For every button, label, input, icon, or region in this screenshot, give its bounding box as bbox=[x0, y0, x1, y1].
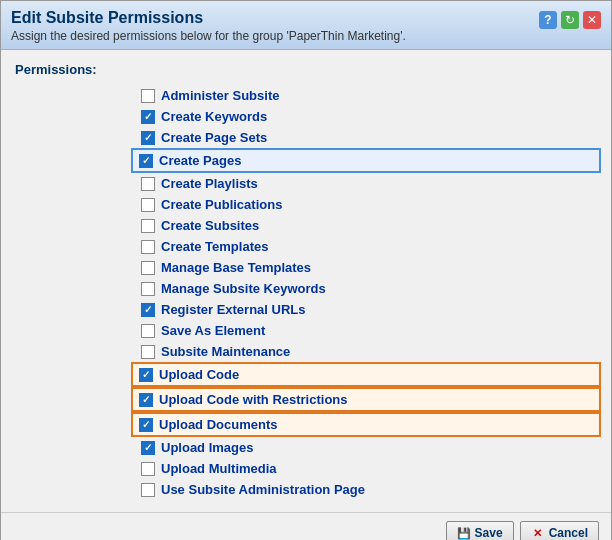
label-manage-subsite-keywords: Manage Subsite Keywords bbox=[161, 281, 326, 296]
checkbox-upload-images[interactable] bbox=[141, 441, 155, 455]
checkbox-create-templates[interactable] bbox=[141, 240, 155, 254]
dialog-title: Edit Subsite Permissions bbox=[11, 9, 406, 27]
label-upload-code-restrictions: Upload Code with Restrictions bbox=[159, 392, 348, 407]
label-upload-code: Upload Code bbox=[159, 367, 239, 382]
label-create-page-sets: Create Page Sets bbox=[161, 130, 267, 145]
checkbox-create-keywords[interactable] bbox=[141, 110, 155, 124]
edit-subsite-permissions-dialog: Edit Subsite Permissions Assign the desi… bbox=[0, 0, 612, 540]
permission-item-create-templates: Create Templates bbox=[135, 236, 597, 257]
label-upload-multimedia: Upload Multimedia bbox=[161, 461, 277, 476]
checkbox-upload-code[interactable] bbox=[139, 368, 153, 382]
save-button[interactable]: 💾 Save bbox=[446, 521, 514, 540]
permission-item-subsite-maintenance: Subsite Maintenance bbox=[135, 341, 597, 362]
checkbox-create-page-sets[interactable] bbox=[141, 131, 155, 145]
permission-item-register-external-urls: Register External URLs bbox=[135, 299, 597, 320]
cancel-button[interactable]: ✕ Cancel bbox=[520, 521, 599, 540]
permission-item-create-pages: Create Pages bbox=[131, 148, 601, 173]
save-icon: 💾 bbox=[457, 526, 471, 540]
refresh-icon[interactable]: ↻ bbox=[561, 11, 579, 29]
permission-item-upload-multimedia: Upload Multimedia bbox=[135, 458, 597, 479]
permission-item-upload-images: Upload Images bbox=[135, 437, 597, 458]
label-create-playlists: Create Playlists bbox=[161, 176, 258, 191]
checkbox-upload-documents[interactable] bbox=[139, 418, 153, 432]
save-label: Save bbox=[475, 526, 503, 540]
checkbox-use-subsite-admin-page[interactable] bbox=[141, 483, 155, 497]
checkbox-create-publications[interactable] bbox=[141, 198, 155, 212]
dialog-header-left: Edit Subsite Permissions Assign the desi… bbox=[11, 9, 406, 43]
dialog-header: Edit Subsite Permissions Assign the desi… bbox=[1, 1, 611, 50]
permission-item-manage-subsite-keywords: Manage Subsite Keywords bbox=[135, 278, 597, 299]
permission-item-administer-subsite: Administer Subsite bbox=[135, 85, 597, 106]
label-create-publications: Create Publications bbox=[161, 197, 282, 212]
close-icon[interactable]: ✕ bbox=[583, 11, 601, 29]
dialog-body: Permissions: Administer SubsiteCreate Ke… bbox=[1, 50, 611, 512]
label-upload-images: Upload Images bbox=[161, 440, 253, 455]
dialog-subtitle: Assign the desired permissions below for… bbox=[11, 29, 406, 43]
dialog-footer: 💾 Save ✕ Cancel bbox=[1, 512, 611, 540]
label-register-external-urls: Register External URLs bbox=[161, 302, 306, 317]
checkbox-subsite-maintenance[interactable] bbox=[141, 345, 155, 359]
label-create-pages: Create Pages bbox=[159, 153, 241, 168]
permission-item-upload-documents: Upload Documents bbox=[131, 412, 601, 437]
checkbox-upload-code-restrictions[interactable] bbox=[139, 393, 153, 407]
permission-item-upload-code: Upload Code bbox=[131, 362, 601, 387]
permission-item-create-publications: Create Publications bbox=[135, 194, 597, 215]
checkbox-manage-subsite-keywords[interactable] bbox=[141, 282, 155, 296]
permission-item-manage-base-templates: Manage Base Templates bbox=[135, 257, 597, 278]
permissions-label: Permissions: bbox=[15, 62, 597, 77]
label-upload-documents: Upload Documents bbox=[159, 417, 277, 432]
permission-item-upload-code-restrictions: Upload Code with Restrictions bbox=[131, 387, 601, 412]
label-manage-base-templates: Manage Base Templates bbox=[161, 260, 311, 275]
label-use-subsite-admin-page: Use Subsite Administration Page bbox=[161, 482, 365, 497]
dialog-header-icons: ? ↻ ✕ bbox=[539, 11, 601, 29]
label-subsite-maintenance: Subsite Maintenance bbox=[161, 344, 290, 359]
permissions-list: Administer SubsiteCreate KeywordsCreate … bbox=[135, 85, 597, 500]
checkbox-save-as-element[interactable] bbox=[141, 324, 155, 338]
checkbox-administer-subsite[interactable] bbox=[141, 89, 155, 103]
cancel-label: Cancel bbox=[549, 526, 588, 540]
label-create-templates: Create Templates bbox=[161, 239, 268, 254]
label-create-keywords: Create Keywords bbox=[161, 109, 267, 124]
cancel-icon: ✕ bbox=[531, 526, 545, 540]
permission-item-create-keywords: Create Keywords bbox=[135, 106, 597, 127]
checkbox-create-pages[interactable] bbox=[139, 154, 153, 168]
checkbox-create-playlists[interactable] bbox=[141, 177, 155, 191]
label-administer-subsite: Administer Subsite bbox=[161, 88, 279, 103]
checkbox-register-external-urls[interactable] bbox=[141, 303, 155, 317]
checkbox-upload-multimedia[interactable] bbox=[141, 462, 155, 476]
label-save-as-element: Save As Element bbox=[161, 323, 265, 338]
permission-item-create-playlists: Create Playlists bbox=[135, 173, 597, 194]
permission-item-create-subsites: Create Subsites bbox=[135, 215, 597, 236]
permission-item-create-page-sets: Create Page Sets bbox=[135, 127, 597, 148]
checkbox-create-subsites[interactable] bbox=[141, 219, 155, 233]
label-create-subsites: Create Subsites bbox=[161, 218, 259, 233]
help-icon[interactable]: ? bbox=[539, 11, 557, 29]
permission-item-save-as-element: Save As Element bbox=[135, 320, 597, 341]
permission-item-use-subsite-admin-page: Use Subsite Administration Page bbox=[135, 479, 597, 500]
checkbox-manage-base-templates[interactable] bbox=[141, 261, 155, 275]
